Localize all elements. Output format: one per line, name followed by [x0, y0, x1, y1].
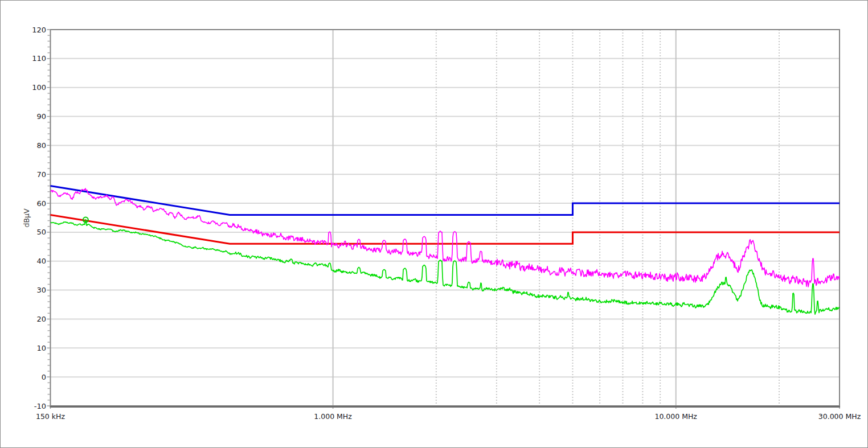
x-axis-tick-label: 30.000 MHz	[818, 412, 861, 421]
y-axis-tick-label: 70	[36, 170, 46, 179]
y-axis-tick-label: 10	[36, 344, 46, 352]
quasi-peak-limit-line	[51, 186, 840, 215]
y-axis-tick-label: 60	[36, 199, 46, 208]
vertical-gridlines	[333, 30, 779, 406]
y-axis-tick-label: 20	[36, 315, 46, 323]
plot-frame	[50, 30, 841, 407]
y-axis-tick-label: 100	[32, 83, 46, 92]
y-axis-tick-label: 80	[36, 141, 46, 150]
y-axis-tick-label: 30	[36, 286, 46, 294]
chart-plot-area: 1201101009080706050403020100-10150 kHz1.…	[1, 1, 868, 448]
x-axis-tick-label: 1.000 MHz	[314, 412, 352, 421]
axis-labels: 1201101009080706050403020100-10150 kHz1.…	[22, 26, 861, 421]
average-limit-line	[51, 215, 840, 244]
y-axis-tick-label: 120	[32, 26, 46, 34]
y-axis-tick-label: 50	[36, 228, 46, 236]
horizontal-gridlines	[51, 30, 840, 406]
y-axis-tick-label: -10	[34, 402, 46, 410]
y-axis-title: dBµV	[22, 208, 31, 227]
x-axis-tick-label: 10.000 MHz	[654, 412, 697, 421]
x-axis-tick-label: 150 kHz	[36, 412, 65, 421]
y-axis-ticks	[47, 30, 840, 409]
emission-measurement-chart: 1201101009080706050403020100-10150 kHz1.…	[0, 0, 868, 448]
y-axis-tick-label: 90	[36, 112, 46, 121]
y-axis-tick-label: 40	[36, 257, 46, 265]
y-axis-tick-label: 0	[42, 373, 46, 381]
y-axis-tick-label: 110	[32, 54, 46, 63]
